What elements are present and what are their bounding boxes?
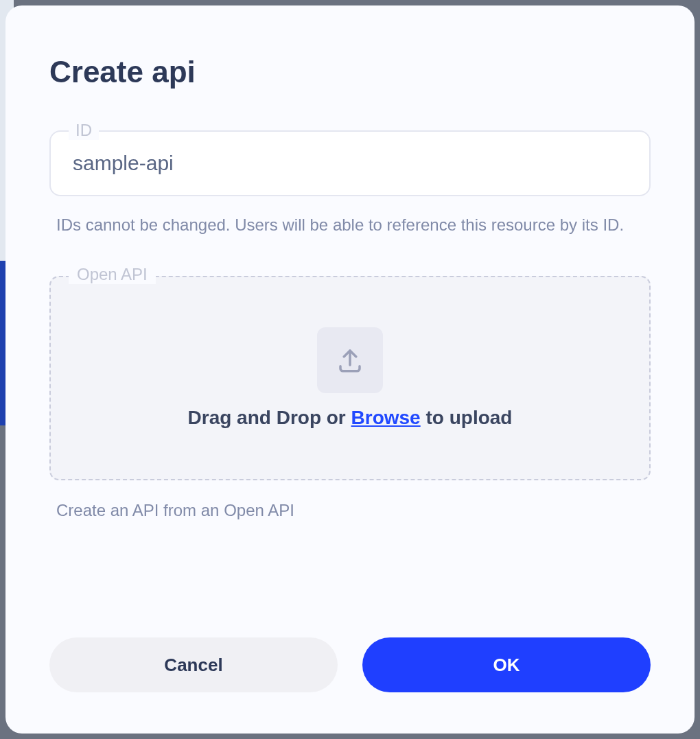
id-help-text: IDs cannot be changed. Users will be abl… — [49, 213, 651, 237]
id-input[interactable] — [49, 130, 651, 196]
ok-button[interactable]: OK — [362, 637, 651, 692]
modal-title: Create api — [49, 55, 651, 89]
openapi-help-text: Create an API from an Open API — [49, 501, 651, 520]
upload-icon — [336, 346, 364, 375]
dropzone-suffix: to upload — [421, 407, 513, 428]
openapi-field-wrap: Open API Drag and Drop or Browse to uplo… — [49, 276, 651, 480]
id-field-label: ID — [69, 121, 99, 140]
browse-link[interactable]: Browse — [351, 407, 421, 428]
upload-icon-box — [317, 327, 383, 393]
dropzone-prefix: Drag and Drop or — [188, 407, 351, 428]
cancel-button[interactable]: Cancel — [49, 637, 338, 692]
openapi-field-label: Open API — [69, 265, 156, 284]
openapi-dropzone[interactable]: Drag and Drop or Browse to upload — [49, 276, 651, 480]
create-api-modal: Create api ID IDs cannot be changed. Use… — [5, 5, 695, 734]
button-row: Cancel OK — [49, 637, 651, 692]
id-field-wrap: ID — [49, 130, 651, 196]
dropzone-text: Drag and Drop or Browse to upload — [188, 407, 513, 429]
